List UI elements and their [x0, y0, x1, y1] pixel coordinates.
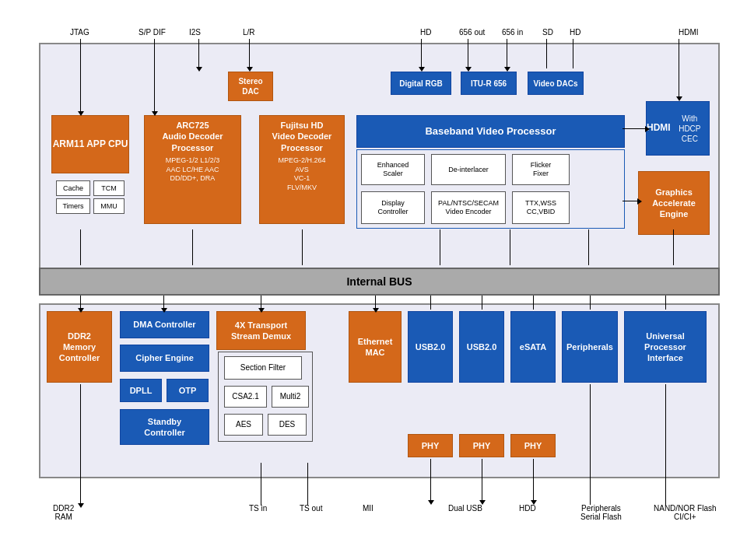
itu-r-656-block: ITU-R 656 — [461, 72, 517, 95]
label-sd: SD — [542, 28, 553, 37]
graphics-engine-block: GraphicsAccelerateEngine — [638, 171, 710, 235]
label-i2s: I2S — [189, 28, 201, 37]
block-diagram: JTAG S/P DIF I2S L/R HD 656 out 656 in S… — [0, 0, 747, 560]
timers-block: Timers — [56, 198, 90, 214]
arm11-label: ARM11 APP CPU — [53, 138, 128, 151]
transport-sub-border — [218, 352, 313, 442]
digital-rgb-block: Digital RGB — [391, 72, 451, 95]
label-hd1: HD — [420, 28, 431, 37]
ddr2-block: DDR2MemoryController — [47, 311, 112, 383]
mmu-block: MMU — [93, 198, 124, 214]
label-hdmi-top: HDMI — [679, 28, 699, 37]
ethernet-mac-block: EthernetMAC — [349, 311, 402, 383]
universal-interface-block: UniversalProcessorInterface — [624, 311, 707, 383]
arc725-block: ARC725Audio DecoderProcessor MPEG-1/2 L1… — [144, 115, 241, 224]
fujitsu-block: Fujitsu HDVideo DecoderProcessor MPEG-2/… — [259, 115, 345, 224]
tcm-block: TCM — [93, 180, 124, 196]
internal-bus: Internal BUS — [39, 268, 720, 296]
cipher-engine-block: Cipher Engine — [120, 345, 209, 372]
phy3-block: PHY — [510, 434, 556, 457]
label-jtag: JTAG — [70, 28, 89, 37]
hdmi-block: HDMIWith HDCPCEC — [646, 101, 710, 156]
baseband-block: Baseband Video Processor — [356, 115, 625, 148]
transport-demux-block: 4X TransportStream Demux — [216, 311, 306, 350]
phy1-block: PHY — [408, 434, 453, 457]
usb2-2-block: USB2.0 — [459, 311, 504, 383]
video-dacs-block: Video DACs — [528, 72, 584, 95]
label-dual-usb: Dual USB — [448, 504, 482, 513]
label-mii: MII — [363, 504, 374, 513]
label-ts-in: TS in — [249, 504, 267, 513]
label-656out: 656 out — [459, 28, 485, 37]
usb2-1-block: USB2.0 — [408, 311, 453, 383]
arm11-block: ARM11 APP CPU — [51, 115, 129, 173]
label-hd2: HD — [570, 28, 580, 37]
stereo-dac-block: StereoDAC — [228, 72, 273, 101]
dpll-block: DPLL — [120, 379, 162, 402]
label-nand: NAND/NOR FlashCI/CI+ — [654, 504, 717, 521]
label-656in: 656 in — [502, 28, 523, 37]
label-hdd: HDD — [519, 504, 536, 513]
dma-controller-block: DMA Controller — [120, 311, 209, 338]
label-ts-out: TS out — [300, 504, 322, 513]
phy2-block: PHY — [459, 434, 504, 457]
baseband-subblock-border — [356, 149, 625, 229]
cache-block: Cache — [56, 180, 90, 196]
standby-controller-block: StandbyController — [120, 409, 209, 445]
peripherals-block: Peripherals — [562, 311, 618, 383]
label-lr: L/R — [243, 28, 255, 37]
label-ddr2-ram: DDR2RAM — [53, 504, 74, 521]
otp-block: OTP — [167, 379, 209, 402]
label-spdif: S/P DIF — [139, 28, 166, 37]
label-periph-serial: PeripheralsSerial Flash — [580, 504, 622, 521]
esata-block: eSATA — [510, 311, 556, 383]
